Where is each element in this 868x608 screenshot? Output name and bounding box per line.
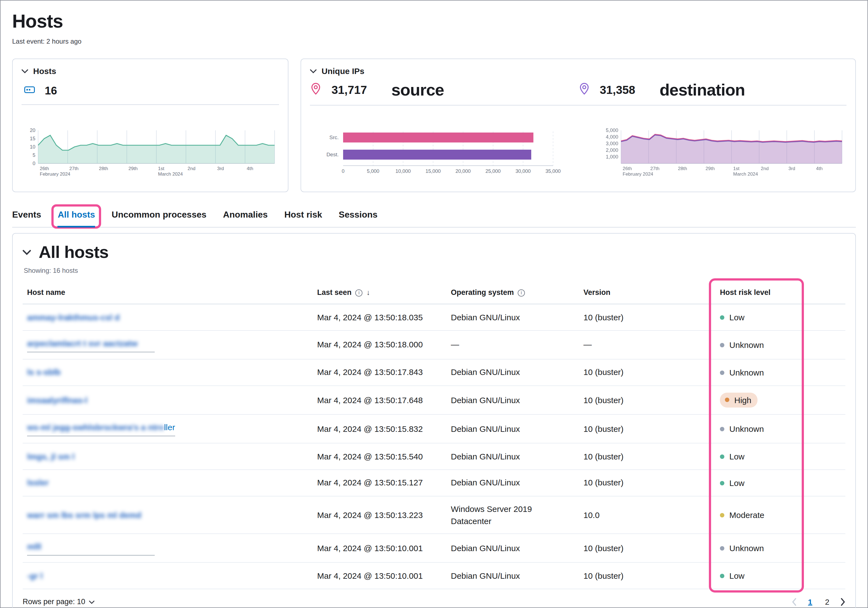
column-header-last-seen[interactable]: Last seeni↓ bbox=[313, 281, 446, 304]
table-row: ls s-sblbMar 4, 2024 @ 13:50:17.843Debia… bbox=[23, 359, 845, 385]
redacted-host-name: lmgs, jl sm l bbox=[27, 452, 74, 461]
table-row: warr sm lbs srm lps ml demdMar 4, 2024 @… bbox=[23, 496, 845, 534]
rows-per-page-button[interactable]: Rows per page: 10 bbox=[23, 598, 95, 606]
os-cell: Debian GNU/Linux bbox=[446, 470, 579, 496]
version-cell: 10 (buster) bbox=[579, 415, 716, 444]
table-header-row: Host nameLast seeni↓Operating systemiVer… bbox=[23, 281, 845, 304]
table-row: arpeclamlacrt t svr aactzatwMar 4, 2024 … bbox=[23, 331, 845, 359]
host-name-link[interactable]: arpeclamlacrt t svr aactzatw bbox=[27, 339, 138, 348]
svg-text:3rd: 3rd bbox=[789, 166, 795, 171]
hosts-metric-icon bbox=[24, 84, 36, 98]
column-header-version[interactable]: Version bbox=[579, 281, 716, 304]
host-risk-cell: Unknown bbox=[716, 415, 845, 444]
svg-text:1,000: 1,000 bbox=[606, 154, 618, 159]
risk-label: Low bbox=[729, 570, 744, 582]
tab-events[interactable]: Events bbox=[12, 207, 41, 227]
previous-page-button[interactable] bbox=[792, 598, 797, 606]
risk-dot bbox=[720, 455, 724, 459]
risk-label: Moderate bbox=[729, 509, 764, 521]
redacted-host-name: lssler bbox=[27, 478, 49, 487]
source-pin-icon bbox=[310, 82, 322, 98]
svg-text:March 2024: March 2024 bbox=[158, 172, 183, 177]
risk-badge: Low bbox=[720, 451, 744, 463]
host-risk-cell: Low bbox=[716, 470, 845, 496]
tab-sessions[interactable]: Sessions bbox=[339, 207, 378, 227]
next-page-button[interactable] bbox=[840, 598, 845, 606]
host-risk-cell: Low bbox=[716, 304, 845, 331]
svg-text:26th: 26th bbox=[623, 166, 632, 171]
version-cell: 10 (buster) bbox=[579, 534, 716, 563]
svg-text:Src.: Src. bbox=[329, 135, 339, 140]
last-seen-cell: Mar 4, 2024 @ 13:50:15.832 bbox=[313, 415, 446, 444]
tab-anomalies[interactable]: Anomalies bbox=[223, 207, 268, 227]
column-header-host-risk-level[interactable]: Host risk level bbox=[716, 281, 845, 304]
host-name-link[interactable]: ws-ml jegg-swhlsbrsckwra's a ntro bbox=[27, 423, 164, 432]
unique-ips-area-chart: 1,0002,0003,0004,0005,00026thFebruary 20… bbox=[597, 127, 846, 182]
column-label: Operating system bbox=[451, 288, 514, 297]
version-cell: 10.0 bbox=[579, 496, 716, 534]
host-name-link[interactable]: lssler bbox=[27, 478, 49, 487]
tab-host-risk[interactable]: Host risk bbox=[284, 207, 322, 227]
svg-text:10: 10 bbox=[30, 144, 36, 150]
os-cell: Debian GNU/Linux bbox=[446, 443, 579, 470]
host-name-suffix[interactable]: ller bbox=[164, 423, 175, 432]
risk-label: Unknown bbox=[729, 543, 764, 555]
last-seen-cell: Mar 4, 2024 @ 13:50:10.001 bbox=[313, 534, 446, 563]
host-name-link[interactable]: warr sm lbs srm lps ml demd bbox=[27, 510, 141, 519]
host-risk-cell: Unknown bbox=[716, 359, 845, 385]
column-label: Version bbox=[583, 288, 611, 297]
host-name-link[interactable]: ammay-lrakthmus-csl d bbox=[27, 312, 119, 322]
all-hosts-heading: All hosts bbox=[39, 243, 108, 262]
host-name-link[interactable]: lmgs, jl sm l bbox=[27, 452, 74, 461]
collapse-chevron-icon[interactable] bbox=[23, 250, 31, 255]
redacted-host-name: -gr l bbox=[27, 571, 43, 580]
all-hosts-panel: All hosts Showing: 16 hosts Host nameLas… bbox=[12, 233, 856, 608]
page-number-1[interactable]: 1 bbox=[806, 596, 814, 608]
risk-label: Low bbox=[729, 477, 744, 489]
redacted-host-name: mlll bbox=[27, 541, 155, 556]
host-risk-cell: Low bbox=[716, 443, 845, 470]
last-seen-cell: Mar 4, 2024 @ 13:50:10.001 bbox=[313, 562, 446, 589]
host-name-cell: ls s-sblb bbox=[23, 359, 313, 385]
host-name-cell: -gr l bbox=[23, 562, 313, 589]
destination-label: destination bbox=[659, 80, 745, 99]
hosts-count: 16 bbox=[45, 85, 57, 97]
info-icon: i bbox=[355, 289, 363, 296]
svg-text:28th: 28th bbox=[678, 166, 687, 171]
column-header-operating-system[interactable]: Operating systemi bbox=[446, 281, 579, 304]
risk-dot bbox=[725, 398, 729, 402]
all-hosts-table-body: ammay-lrakthmus-csl dMar 4, 2024 @ 13:50… bbox=[23, 304, 845, 589]
host-name-link[interactable]: ls s-sblb bbox=[27, 367, 61, 377]
table-row: lsslerMar 4, 2024 @ 13:50:15.127Debian G… bbox=[23, 470, 845, 496]
table-row: lmgs, jl sm lMar 4, 2024 @ 13:50:15.540D… bbox=[23, 443, 845, 470]
column-header-host-name[interactable]: Host name bbox=[23, 281, 313, 304]
svg-text:27th: 27th bbox=[69, 166, 79, 171]
risk-badge: Low bbox=[720, 570, 744, 582]
host-name-link[interactable]: -gr l bbox=[27, 571, 43, 580]
collapse-chevron-icon[interactable] bbox=[22, 69, 28, 73]
table-row: ws-ml jegg-swhlsbrsckwra's a ntrollerMar… bbox=[23, 415, 845, 444]
host-name-link[interactable]: mlll bbox=[27, 542, 42, 551]
risk-label: Low bbox=[729, 311, 744, 323]
tab-all-hosts[interactable]: All hosts bbox=[58, 207, 95, 227]
risk-badge: Low bbox=[720, 311, 744, 323]
table-footer: Rows per page: 10 12 bbox=[23, 596, 845, 608]
column-label: Host risk level bbox=[720, 288, 770, 297]
risk-dot bbox=[720, 513, 724, 517]
tab-uncommon-processes[interactable]: Uncommon processes bbox=[112, 207, 206, 227]
risk-dot bbox=[720, 370, 724, 375]
risk-badge: Unknown bbox=[720, 367, 764, 379]
risk-dot bbox=[720, 315, 724, 320]
svg-text:0: 0 bbox=[342, 169, 344, 174]
risk-badge: Unknown bbox=[720, 543, 764, 555]
collapse-chevron-icon[interactable] bbox=[310, 69, 316, 73]
svg-text:March 2024: March 2024 bbox=[733, 172, 758, 177]
svg-text:25,000: 25,000 bbox=[485, 169, 501, 174]
page-number-2[interactable]: 2 bbox=[823, 596, 831, 608]
host-name-link[interactable]: imsaalyriflnas-l bbox=[27, 395, 87, 404]
redacted-host-name: imsaalyriflnas-l bbox=[27, 395, 87, 404]
showing-count-text: Showing: 16 hosts bbox=[24, 267, 845, 274]
column-label: Last seen bbox=[317, 288, 352, 297]
svg-text:3rd: 3rd bbox=[217, 166, 224, 171]
host-name-cell: warr sm lbs srm lps ml demd bbox=[23, 496, 313, 534]
